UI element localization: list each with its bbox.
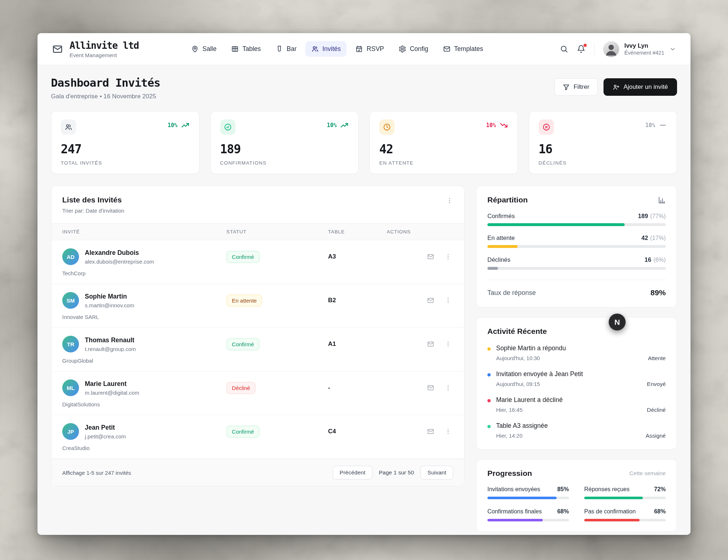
- pagination-summary: Affichage 1-5 sur 247 invités: [62, 470, 131, 476]
- stat-trend: 10%: [327, 121, 349, 130]
- activity-item: Sophie Martin a répondu Aujourd'hui, 10:…: [487, 344, 666, 362]
- progress-track: [487, 497, 569, 499]
- progress-fill: [487, 223, 625, 226]
- nav-item-label: Salle: [202, 45, 217, 53]
- activity-list: Sophie Martin a répondu Aujourd'hui, 10:…: [487, 344, 666, 439]
- send-mail-icon[interactable]: [427, 428, 434, 435]
- stat-label: EN ATTENTE: [379, 160, 508, 166]
- send-mail-icon[interactable]: [427, 340, 434, 348]
- repartition-label: Confirmés: [487, 213, 515, 220]
- header-right: Ivvy Lyn Événement #421: [560, 41, 676, 57]
- column-header[interactable]: INVITÉ: [62, 229, 226, 234]
- progression-value: 85%: [557, 486, 569, 493]
- user-name: Ivvy Lyn: [624, 42, 664, 49]
- status-badge: En attente: [226, 295, 262, 307]
- repartition-percent: (6%): [653, 257, 666, 263]
- guest-list-title: Liste des Invités: [62, 196, 124, 204]
- send-mail-icon[interactable]: [427, 384, 434, 391]
- guest-name: Thomas Renault: [85, 336, 136, 344]
- floating-n-button[interactable]: N: [609, 313, 626, 331]
- column-header[interactable]: TABLE: [328, 229, 387, 234]
- nav-item[interactable]: Invités: [305, 41, 347, 57]
- user-event: Événement #421: [624, 50, 664, 56]
- nav-item[interactable]: RSVP: [349, 41, 390, 57]
- progress-track: [487, 223, 666, 226]
- table-row[interactable]: ML Marie Laurent m.laurent@digital.com D…: [51, 371, 464, 415]
- user-plus-icon: [613, 84, 620, 91]
- nav-item[interactable]: Bar: [270, 41, 302, 57]
- map-pin-icon: [191, 45, 199, 53]
- next-page-button[interactable]: Suivant: [420, 466, 453, 480]
- notification-dot: [583, 44, 587, 47]
- guest-company: Innovate SARL: [62, 314, 453, 320]
- activity-text: Invitation envoyée à Jean Petit: [496, 370, 666, 378]
- row-menu-icon[interactable]: [444, 253, 452, 260]
- guest-company: DigitalSolutions: [62, 401, 453, 407]
- activity-text: Sophie Martin a répondu: [496, 344, 666, 352]
- send-mail-icon[interactable]: [427, 297, 434, 304]
- activity-dot: [487, 399, 491, 402]
- users-icon: [311, 45, 319, 53]
- guest-email: j.petit@crea.com: [85, 433, 126, 439]
- nav-item-label: Bar: [287, 45, 297, 53]
- calendar-check-icon: [355, 45, 363, 53]
- send-mail-icon[interactable]: [427, 253, 434, 260]
- nav-item-label: Invités: [323, 45, 341, 53]
- row-menu-icon[interactable]: [444, 340, 452, 348]
- guest-name: Marie Laurent: [85, 380, 139, 388]
- bar-chart-icon[interactable]: [658, 196, 666, 204]
- add-guest-button[interactable]: Ajouter un invité: [604, 78, 677, 96]
- stat-trend-value: 10%: [486, 122, 496, 129]
- stat-card: 10% 42 EN ATTENTE: [369, 111, 518, 174]
- nav-item[interactable]: Salle: [185, 41, 222, 57]
- brand-name: Allinvite ltd: [70, 40, 139, 51]
- progression-label: Invitations envoyées: [487, 486, 540, 493]
- row-menu-icon[interactable]: [444, 428, 452, 435]
- brand: Allinvite ltd Event Management: [52, 40, 183, 58]
- repartition-item: Déclinés 16(6%): [487, 256, 666, 270]
- nav-item[interactable]: Templates: [437, 41, 489, 57]
- guest-email: t.renault@group.com: [85, 346, 136, 352]
- users-icon: [64, 123, 72, 131]
- prev-page-button[interactable]: Précédent: [333, 466, 372, 480]
- add-guest-button-label: Ajouter un invité: [624, 83, 668, 91]
- header-divider: [594, 43, 594, 56]
- table-row[interactable]: JP Jean Petit j.petit@crea.com Confirmé: [51, 415, 464, 459]
- avatar-photo: [603, 41, 619, 57]
- stat-label: CONFIRMATIONS: [220, 160, 349, 166]
- nav-item[interactable]: Tables: [225, 41, 267, 57]
- table-row[interactable]: AD Alexandre Dubois alex.dubois@entrepri…: [51, 240, 464, 284]
- table-row[interactable]: SM Sophie Martin s.martin@innov.com En a…: [51, 284, 464, 328]
- column-header[interactable]: STATUT: [226, 229, 328, 234]
- guest-list-sort: Trier par: Date d'invitation: [62, 208, 124, 214]
- repartition-title: Répartition: [487, 196, 528, 204]
- row-menu-icon[interactable]: [444, 297, 452, 304]
- nav-item[interactable]: Config: [393, 41, 434, 57]
- progress-track: [584, 519, 666, 521]
- stat-cards: 10% 247 TOTAL INVITÉS: [51, 111, 677, 174]
- progress-track: [487, 245, 666, 248]
- guest-list-card: Liste des Invités Trier par: Date d'invi…: [51, 186, 464, 486]
- row-menu-icon[interactable]: [444, 384, 452, 391]
- main-area: Liste des Invités Trier par: Date d'invi…: [51, 186, 677, 532]
- more-menu-icon[interactable]: [446, 197, 453, 204]
- column-header[interactable]: ACTIONS: [387, 229, 453, 234]
- repartition-item: Confirmés 189(77%): [487, 213, 666, 226]
- repartition-percent: (77%): [650, 213, 666, 219]
- activity-item: Table A3 assignée Hier, 14:20 Assigné: [487, 422, 666, 439]
- guest-avatar: AD: [62, 248, 79, 265]
- guest-table: A1: [328, 340, 387, 348]
- table-row[interactable]: TR Thomas Renault t.renault@group.com Co…: [51, 328, 464, 371]
- guest-avatar: JP: [62, 423, 79, 440]
- gear-icon: [399, 45, 406, 53]
- progress-fill: [584, 497, 643, 499]
- filter-button[interactable]: Filtrer: [554, 78, 598, 96]
- guest-email: alex.dubois@entreprise.com: [85, 259, 154, 265]
- profile-menu[interactable]: Ivvy Lyn Événement #421: [603, 41, 676, 57]
- search-icon[interactable]: [560, 45, 568, 53]
- progress-fill: [487, 245, 518, 248]
- stat-value: 189: [220, 142, 349, 156]
- progress-track: [487, 267, 666, 270]
- stat-trend: 10%: [645, 121, 667, 130]
- notifications-button[interactable]: [577, 45, 585, 53]
